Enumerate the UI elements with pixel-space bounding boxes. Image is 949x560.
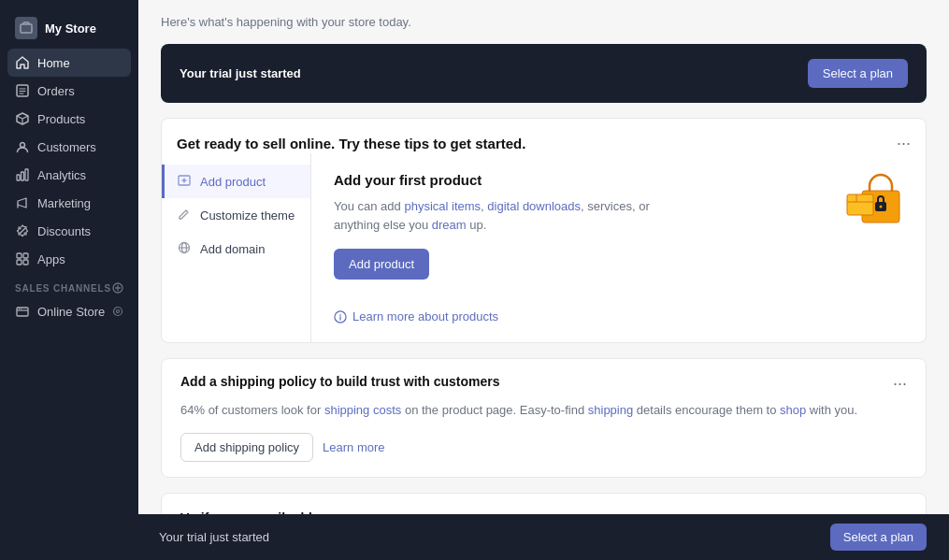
home-icon [15, 55, 30, 70]
nav-label-analytics: Analytics [37, 168, 86, 182]
svg-rect-10 [17, 260, 22, 265]
svg-rect-5 [25, 169, 28, 180]
svg-point-17 [117, 310, 120, 313]
svg-point-6 [20, 228, 22, 230]
svg-point-14 [19, 309, 20, 309]
tip-label-add-product: Add product [200, 175, 266, 189]
store-name: My Store [45, 22, 96, 36]
store-logo [15, 17, 37, 39]
tip-item-add-domain[interactable]: Add domain [162, 232, 310, 266]
add-product-tip-icon [178, 174, 193, 189]
tips-card: Get ready to sell online. Try these tips… [161, 118, 927, 343]
customers-icon [15, 139, 30, 154]
learn-more-label: Learn more about products [352, 309, 498, 323]
bottom-bar: Your trial just started Select a plan [0, 514, 949, 560]
tips-title: Get ready to sell online. Try these tips… [177, 136, 525, 151]
nav-item-online-store[interactable]: Online Store [7, 297, 131, 325]
shipping-costs-link[interactable]: shipping costs [324, 403, 401, 417]
nav-label-home: Home [37, 56, 70, 70]
tips-list: Add product Customize theme [162, 153, 311, 342]
nav-label-customers: Customers [37, 140, 96, 154]
product-content-title: Add your first product [334, 172, 903, 188]
store-header: My Store [7, 11, 131, 45]
shipping-card-title: Add a shipping policy to build trust wit… [180, 374, 499, 389]
bottom-select-plan-button[interactable]: Select a plan [830, 524, 927, 551]
add-product-button[interactable]: Add product [334, 249, 429, 280]
svg-rect-9 [23, 253, 28, 258]
shop-link[interactable]: shop [780, 403, 806, 417]
tips-more-button[interactable]: ··· [897, 134, 911, 153]
shipping-link[interactable]: shipping [588, 403, 633, 417]
svg-rect-3 [17, 175, 20, 180]
svg-point-25 [880, 206, 883, 208]
svg-rect-8 [17, 253, 22, 258]
trial-highlight: just started [236, 66, 301, 80]
add-channel-icon[interactable] [112, 282, 123, 294]
main-content: Here's what's happening with your store … [138, 0, 949, 560]
nav-item-customers[interactable]: Customers [7, 133, 131, 161]
settings-icon-small[interactable] [112, 306, 123, 317]
nav-item-home[interactable]: Home [7, 49, 131, 77]
svg-rect-13 [17, 308, 28, 316]
digital-downloads-link[interactable]: digital downloads [487, 199, 581, 213]
svg-point-15 [21, 309, 22, 309]
svg-rect-26 [847, 194, 873, 215]
shipping-card-header: Add a shipping policy to build trust wit… [180, 374, 907, 394]
shipping-more-button[interactable]: ··· [893, 374, 907, 394]
svg-point-16 [114, 308, 122, 316]
marketing-icon [15, 195, 30, 210]
tips-content: Add your first product You can add physi… [311, 153, 926, 342]
dream-link[interactable]: dream [432, 218, 467, 232]
tip-item-customize-theme[interactable]: Customize theme [162, 198, 310, 232]
product-content-desc: You can add physical items, digital down… [334, 197, 652, 234]
shipping-card-desc: 64% of customers look for shipping costs… [180, 401, 907, 420]
svg-rect-4 [22, 172, 24, 180]
online-store-label: Online Store [37, 305, 105, 319]
nav-label-orders: Orders [37, 84, 75, 98]
nav-label-apps: Apps [37, 252, 65, 266]
product-illustration [836, 165, 911, 230]
nav-item-analytics[interactable]: Analytics [7, 161, 131, 189]
select-plan-button[interactable]: Select a plan [808, 59, 908, 88]
nav-item-discounts[interactable]: Discounts [7, 217, 131, 245]
physical-items-link[interactable]: physical items [404, 199, 481, 213]
discounts-icon [15, 223, 30, 238]
customize-theme-tip-icon [178, 208, 193, 223]
analytics-icon [15, 167, 30, 182]
trial-banner: Your trial just started Select a plan [161, 44, 927, 103]
learn-more-shipping-button[interactable]: Learn more [323, 433, 384, 462]
page-subtitle: Here's what's happening with your store … [161, 15, 927, 29]
nav-label-marketing: Marketing [37, 196, 91, 210]
tip-item-add-product[interactable]: Add product [162, 165, 310, 198]
svg-rect-11 [23, 260, 28, 265]
bottom-trial-text: Your trial just started [159, 530, 269, 544]
tips-body: Add product Customize theme [162, 153, 926, 342]
tip-label-customize-theme: Customize theme [200, 208, 295, 223]
nav-label-products: Products [37, 112, 85, 126]
nav-item-products[interactable]: Products [7, 105, 131, 133]
shipping-card-actions: Add shipping policy Learn more [180, 433, 907, 462]
orders-icon [15, 83, 30, 98]
svg-point-7 [24, 233, 26, 235]
nav-item-orders[interactable]: Orders [7, 77, 131, 105]
products-icon [15, 111, 30, 126]
apps-icon [15, 251, 30, 266]
svg-point-2 [21, 143, 25, 148]
nav-item-marketing[interactable]: Marketing [7, 189, 131, 217]
online-store-icon [15, 304, 30, 319]
add-shipping-policy-button[interactable]: Add shipping policy [180, 433, 313, 462]
info-circle-icon [334, 310, 347, 323]
tip-label-add-domain: Add domain [200, 242, 265, 256]
svg-rect-0 [21, 24, 32, 33]
learn-more-link[interactable]: Learn more about products [334, 309, 903, 323]
tips-card-header: Get ready to sell online. Try these tips… [162, 119, 926, 153]
sales-channels-section: SALES CHANNELS [7, 273, 131, 297]
shipping-card: Add a shipping policy to build trust wit… [161, 358, 927, 478]
nav-label-discounts: Discounts [37, 224, 91, 238]
sidebar: My Store Home Orders [0, 0, 138, 560]
add-domain-tip-icon [178, 241, 193, 256]
nav-item-apps[interactable]: Apps [7, 245, 131, 273]
trial-text: Your trial just started [180, 66, 301, 80]
